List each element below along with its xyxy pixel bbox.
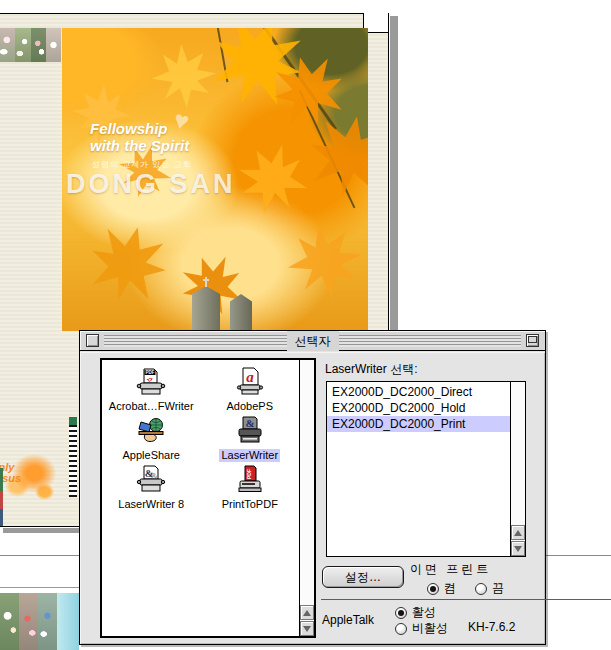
- device-scrollbar[interactable]: [299, 360, 314, 636]
- close-box[interactable]: [86, 334, 99, 347]
- horizontal-guide: [0, 587, 79, 588]
- printer-list: EX2000D_DC2000_Direct EX2000D_DC2000_Hol…: [326, 381, 526, 557]
- svg-text:&: &: [245, 417, 254, 429]
- cover-title: DONG SAN: [66, 169, 236, 200]
- barcode: [69, 425, 77, 497]
- radio-on-label: 켬: [444, 580, 456, 597]
- radio-inactive-label: 비활성: [412, 620, 448, 637]
- printer-rows: EX2000D_DC2000_Direct EX2000D_DC2000_Hol…: [327, 382, 510, 556]
- device-label: AdobePS: [225, 400, 275, 413]
- cover-image: ♥ Fellowship with the Spirit 성령의 교제가 있는 …: [62, 28, 368, 331]
- screen: ♥ Fellowship with the Spirit 성령의 교제가 있는 …: [0, 0, 611, 650]
- device-label: PrintToPDF: [220, 498, 280, 511]
- side-text: Only Jesus: [0, 462, 38, 484]
- printer-item[interactable]: EX2000D_DC2000_Hold: [327, 400, 510, 416]
- svg-text:a: a: [246, 369, 254, 385]
- device-item-laserwriter[interactable]: & LaserWriter: [201, 416, 300, 465]
- device-grid: PDF Acrobat…FWriter a: [102, 360, 299, 636]
- divider: [321, 599, 611, 600]
- arrow-down-icon: [303, 626, 311, 632]
- photo-tile: [15, 28, 30, 62]
- cover-headline-line2: with the Spirit: [90, 138, 189, 154]
- version-text: KH-7.6.2: [468, 620, 515, 634]
- radio-off-label: 끔: [492, 580, 504, 597]
- device-item-acrobat-pdfwriter[interactable]: PDF Acrobat…FWriter: [102, 367, 201, 416]
- window-title: 선택자: [287, 331, 339, 351]
- device-item-adobeps[interactable]: a AdobePS: [201, 367, 300, 416]
- radio-off[interactable]: [475, 583, 487, 595]
- arrow-up-icon: [303, 610, 311, 616]
- photo-tile: [31, 28, 46, 62]
- appleshare-icon: [135, 416, 167, 448]
- svg-text:PDF: PDF: [245, 469, 251, 479]
- device-item-laserwriter8[interactable]: & & LaserWriter 8: [102, 465, 201, 514]
- appletalk-label: AppleTalk: [322, 613, 374, 627]
- photo-tile: [0, 28, 15, 62]
- radio-active[interactable]: [395, 607, 407, 619]
- device-panel: PDF Acrobat…FWriter a: [100, 358, 316, 638]
- scroll-up-button[interactable]: [300, 605, 314, 620]
- photo-tile: [38, 593, 57, 650]
- setup-button[interactable]: 설정…: [322, 566, 404, 588]
- appletalk-active-radio: 활성: [395, 604, 436, 621]
- photo-strip-bottom: [0, 593, 57, 650]
- printer-list-scrollbar[interactable]: [510, 382, 525, 556]
- laserwriter8-icon: & &: [135, 465, 167, 497]
- radio-active-label: 활성: [412, 604, 436, 621]
- device-item-appleshare[interactable]: AppleShare: [102, 416, 201, 465]
- arrow-down-icon: [514, 546, 522, 552]
- printtopdf-icon: PDF: [234, 465, 266, 497]
- cover-text: ♥ Fellowship with the Spirit 성령의 교제가 있는 …: [62, 28, 368, 331]
- appletalk-inactive-radio: 비활성: [395, 620, 448, 637]
- clipped-photo-edge: [0, 468, 3, 526]
- chooser-window: 선택자 PDF: [79, 330, 546, 645]
- device-label: Acrobat…FWriter: [107, 400, 196, 413]
- photo-tile: [0, 593, 19, 650]
- page-shadow-bottom: [3, 528, 80, 533]
- cover-headline-line1: Fellowship: [90, 121, 168, 137]
- printer-item[interactable]: EX2000D_DC2000_Direct: [327, 384, 510, 400]
- photo-strip-top: [0, 28, 61, 62]
- radio-on[interactable]: [427, 583, 439, 595]
- printer-item-selected[interactable]: EX2000D_DC2000_Print: [327, 416, 510, 432]
- printer-list-label: LaserWriter 선택:: [325, 361, 417, 378]
- zoom-box[interactable]: [526, 334, 539, 347]
- photo-tile: [19, 593, 38, 650]
- background-print-label: 이면 프린트: [410, 561, 491, 578]
- title-bar[interactable]: 선택자: [80, 331, 545, 351]
- scroll-down-button[interactable]: [300, 621, 314, 636]
- cyan-strip: [57, 593, 79, 650]
- svg-text:PDF: PDF: [146, 370, 155, 375]
- scroll-up-button[interactable]: [511, 525, 525, 540]
- flower-graphic: Only Jesus: [0, 440, 62, 514]
- radio-inactive[interactable]: [395, 623, 407, 635]
- device-label: AppleShare: [121, 449, 183, 462]
- device-label: LaserWriter 8: [116, 498, 186, 511]
- device-item-printtopdf[interactable]: PDF PrintToPDF: [201, 465, 300, 514]
- acrobat-pdfwriter-icon: PDF: [135, 367, 167, 399]
- background-print-radios: 켬 끔: [427, 580, 504, 597]
- heart-icon: ♥: [171, 105, 192, 137]
- arrow-up-icon: [514, 530, 522, 536]
- window-content: PDF Acrobat…FWriter a: [80, 352, 545, 644]
- photo-tile: [46, 28, 61, 62]
- laserwriter-icon: &: [234, 416, 266, 448]
- adobeps-icon: a: [234, 367, 266, 399]
- scroll-down-button[interactable]: [511, 541, 525, 556]
- device-label-selected: LaserWriter: [219, 449, 280, 462]
